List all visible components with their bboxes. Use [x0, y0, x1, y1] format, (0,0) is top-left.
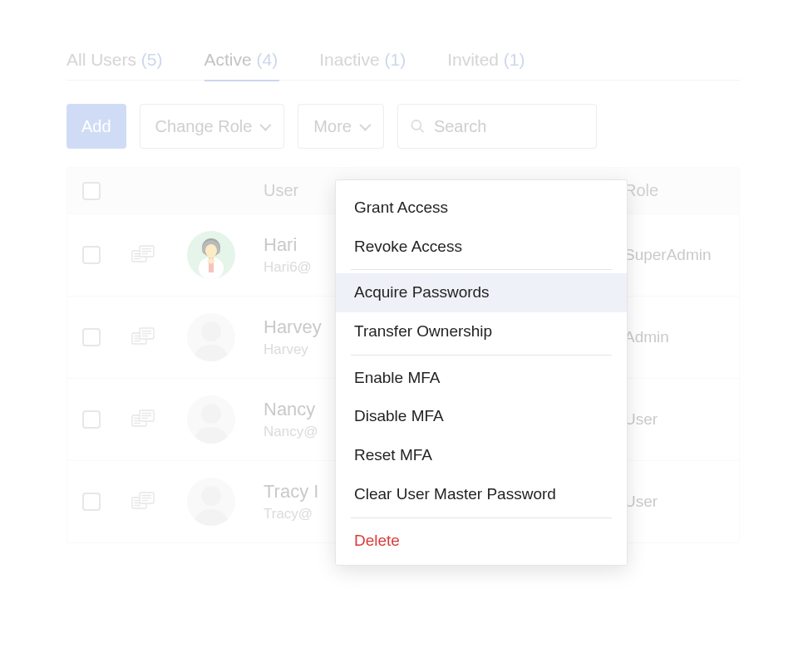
button-label: More [313, 117, 352, 136]
toolbar: Add Change Role More [66, 104, 740, 149]
menu-item-reset-mfa[interactable]: Reset MFA [336, 436, 627, 475]
menu-item-revoke-access[interactable]: Revoke Access [336, 228, 627, 267]
svg-line-1 [420, 129, 423, 132]
tab-count: (4) [257, 50, 278, 69]
tab-count: (1) [384, 50, 406, 69]
avatar [187, 478, 235, 526]
search-field[interactable] [397, 104, 597, 149]
button-label: Add [81, 117, 111, 136]
tab-invited[interactable]: Invited (1) [447, 50, 525, 70]
user-role: SuperAdmin [624, 246, 724, 264]
tab-label: Active [204, 50, 252, 69]
tab-label: All Users [66, 50, 136, 69]
avatar [187, 231, 235, 279]
menu-item-enable-mfa[interactable]: Enable MFA [336, 359, 627, 398]
menu-item-transfer-ownership[interactable]: Transfer Ownership [336, 312, 627, 351]
tab-count: (1) [504, 50, 525, 69]
menu-separator [351, 269, 612, 270]
more-button[interactable]: More [298, 104, 384, 149]
tab-count: (5) [141, 50, 163, 69]
chevron-down-icon [359, 120, 371, 131]
svg-point-32 [201, 404, 221, 424]
menu-separator [351, 517, 612, 518]
svg-point-0 [411, 120, 421, 130]
tab-label: Inactive [319, 50, 379, 69]
tab-all-users[interactable]: All Users (5) [66, 50, 163, 70]
add-button[interactable]: Add [66, 104, 126, 149]
avatar [187, 313, 235, 361]
tab-inactive[interactable]: Inactive (1) [319, 50, 406, 70]
search-input[interactable] [434, 117, 584, 136]
row-checkbox[interactable] [82, 410, 101, 429]
credentials-icon [131, 490, 162, 513]
column-header-role: Role [624, 181, 724, 200]
user-role: User [624, 410, 724, 429]
user-filter-tabs: All Users (5) Active (4) Inactive (1) In… [66, 50, 740, 81]
menu-item-acquire-passwords[interactable]: Acquire Passwords [336, 273, 627, 312]
credentials-icon [131, 243, 162, 267]
change-role-button[interactable]: Change Role [140, 104, 285, 149]
row-checkbox[interactable] [82, 246, 101, 264]
svg-point-41 [201, 486, 221, 506]
menu-item-disable-mfa[interactable]: Disable MFA [336, 397, 627, 436]
credentials-icon [131, 408, 162, 431]
select-all-checkbox[interactable] [82, 182, 101, 200]
more-menu: Grant Access Revoke Access Acquire Passw… [335, 179, 628, 566]
svg-point-11 [205, 244, 217, 258]
row-checkbox[interactable] [82, 328, 101, 346]
menu-item-grant-access[interactable]: Grant Access [336, 189, 627, 228]
button-label: Change Role [155, 117, 253, 136]
menu-item-delete[interactable]: Delete [336, 522, 627, 561]
chevron-down-icon [260, 120, 272, 131]
avatar [187, 395, 235, 444]
menu-item-clear-master-password[interactable]: Clear User Master Password [336, 475, 627, 514]
svg-point-23 [201, 321, 221, 341]
user-role: User [624, 493, 724, 511]
user-role: Admin [624, 328, 724, 346]
menu-separator [351, 355, 612, 356]
tab-active[interactable]: Active (4) [204, 50, 278, 70]
search-icon [410, 117, 426, 135]
credentials-icon [131, 326, 162, 349]
tab-label: Invited [447, 50, 499, 69]
row-checkbox[interactable] [82, 493, 101, 511]
